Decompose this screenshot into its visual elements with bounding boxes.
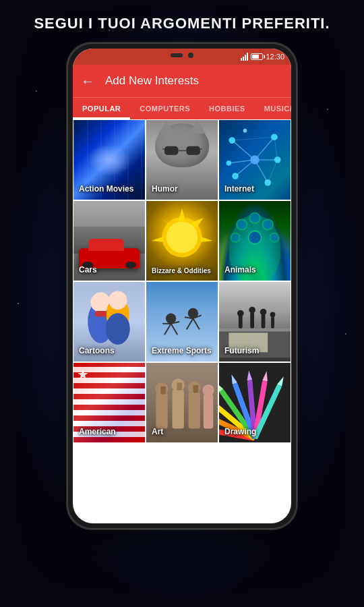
svg-rect-67 (173, 390, 184, 429)
svg-point-59 (260, 309, 267, 316)
svg-point-16 (271, 134, 278, 141)
app-bar: ← Add New Interests (73, 65, 291, 97)
svg-marker-90 (277, 376, 286, 386)
svg-rect-0 (164, 146, 178, 155)
svg-point-32 (263, 220, 273, 230)
grid-label: Cartoons (79, 346, 115, 357)
svg-rect-1 (186, 146, 200, 155)
svg-line-49 (193, 319, 200, 330)
tab-popular[interactable]: POPULAR (73, 98, 130, 119)
svg-point-33 (231, 233, 239, 242)
svg-point-30 (237, 220, 247, 230)
grid-item-animals[interactable]: Animals (218, 200, 291, 281)
svg-rect-56 (250, 312, 254, 328)
grid-label: Futurism (224, 346, 259, 357)
grid-label: Bizzare & Oddities (152, 266, 211, 275)
svg-point-35 (248, 231, 261, 244)
svg-rect-66 (160, 386, 166, 395)
grid-label: American (79, 427, 116, 438)
grid-item-futurism[interactable]: Futurism (218, 281, 291, 362)
svg-line-12 (274, 138, 278, 161)
svg-point-57 (249, 307, 255, 314)
grid-label: Animals (224, 265, 256, 276)
phone-frame: 12:30 ← Add New Interests POPULAR COMPUT… (67, 43, 297, 529)
tabs-bar: POPULAR COMPUTERS HOBBIES MUSIC/MO (73, 97, 291, 119)
battery-icon (251, 53, 263, 60)
grid-item-drawing[interactable]: Drawing (218, 362, 291, 443)
headline: SEGUI I TUOI ARGOMENTI PREFERITI. (13, 0, 350, 43)
interests-grid: Action Movies Humor (73, 119, 291, 523)
svg-line-43 (164, 324, 171, 335)
svg-point-21 (243, 129, 247, 133)
svg-rect-54 (239, 316, 243, 328)
grid-item-american[interactable]: American (73, 362, 146, 443)
app-bar-title: Add New Interests (105, 74, 199, 88)
svg-marker-28 (151, 237, 163, 242)
svg-line-13 (268, 160, 277, 183)
svg-line-44 (171, 324, 178, 335)
grid-item-humor[interactable]: Humor (146, 119, 218, 200)
svg-rect-73 (204, 395, 213, 429)
grid-item-internet[interactable]: Internet (218, 119, 291, 200)
grid-label: Cars (79, 265, 97, 276)
svg-marker-88 (262, 371, 269, 382)
svg-point-74 (202, 384, 214, 396)
grid-label: Extreme Sports (152, 346, 212, 357)
grid-item-action-movies[interactable]: Action Movies (73, 119, 146, 200)
svg-point-15 (229, 138, 235, 144)
svg-marker-24 (179, 209, 186, 221)
grid-label: Action Movies (79, 184, 133, 195)
svg-marker-26 (201, 237, 213, 242)
tab-music[interactable]: MUSIC/MO (255, 98, 291, 119)
svg-point-55 (237, 310, 244, 317)
svg-rect-64 (156, 393, 167, 429)
svg-line-48 (187, 319, 193, 330)
svg-rect-60 (271, 317, 274, 328)
svg-point-61 (270, 312, 276, 318)
grid-item-art[interactable]: Art (146, 362, 218, 443)
svg-point-40 (109, 291, 127, 310)
svg-line-11 (232, 138, 274, 141)
svg-point-42 (166, 314, 176, 324)
grid-item-cartoons[interactable]: Cartoons (73, 281, 146, 362)
time-display: 12:30 (266, 53, 284, 61)
svg-rect-58 (262, 314, 266, 328)
grid-item-bizarre[interactable]: Bizzare & Oddities (146, 200, 218, 281)
tab-hobbies[interactable]: HOBBIES (200, 98, 255, 119)
svg-point-34 (270, 233, 278, 242)
signal-icon (241, 53, 248, 61)
svg-point-20 (226, 161, 232, 166)
svg-marker-86 (246, 370, 252, 380)
svg-point-41 (106, 314, 130, 345)
grid-label: Drawing (224, 427, 256, 438)
grid-label: Art (152, 427, 163, 438)
svg-rect-38 (95, 311, 107, 316)
svg-point-17 (274, 157, 281, 164)
svg-point-18 (264, 179, 271, 186)
tab-computers[interactable]: COMPUTERS (130, 98, 200, 119)
svg-point-23 (166, 222, 198, 254)
svg-marker-84 (229, 374, 237, 384)
grid-label: Humor (152, 184, 178, 195)
svg-point-14 (250, 156, 259, 165)
back-button[interactable]: ← (81, 74, 94, 89)
grid-item-cars[interactable]: Cars (73, 200, 146, 281)
svg-rect-69 (177, 383, 182, 391)
grid-label: Internet (224, 184, 254, 195)
svg-point-31 (249, 213, 260, 223)
grid-item-extreme-sports[interactable]: Extreme Sports (146, 281, 218, 362)
svg-rect-70 (189, 392, 200, 429)
svg-rect-72 (193, 385, 198, 393)
svg-point-19 (232, 173, 239, 180)
